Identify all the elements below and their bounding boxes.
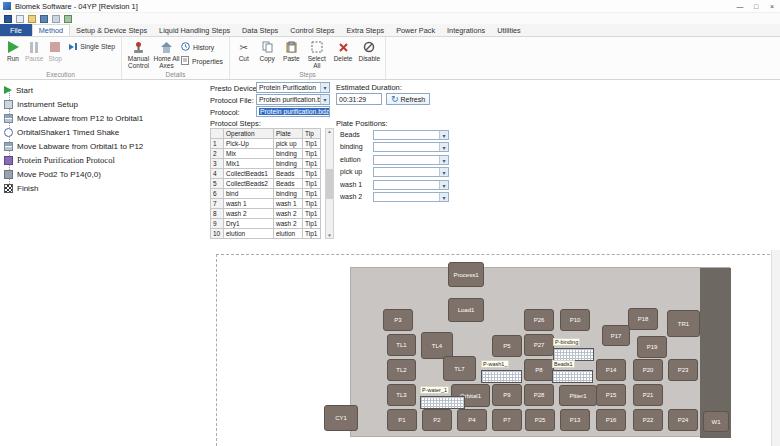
estimated-duration-input[interactable]: 00:31:29 [336,93,382,105]
steps-table-row[interactable]: 5CollectBeads2BeadsTip1 [210,179,321,189]
tree-item-move-labware-from-orbital1-to-p12[interactable]: Move Labware from Orbital1 to P12 [4,140,143,152]
save-icon[interactable] [40,15,48,23]
select-all-button[interactable]: Select All [304,39,329,69]
steps-table-row[interactable]: 4CollectBeads1BeadsTip1 [210,169,321,179]
steps-table-row[interactable]: 7wash 1wash 1Tip1 [210,199,321,209]
tree-item-instrument-setup[interactable]: Instrument Setup [4,98,78,110]
deck-position-p13[interactable]: P13 [560,409,590,431]
paste-button[interactable]: Paste [280,39,303,62]
deck-position-w1[interactable]: W1 [703,411,729,432]
minimize-button[interactable]: — [732,0,748,13]
plate-position-combo[interactable]: ▾ [373,130,449,140]
labware-p-wash1[interactable]: P-wash1_ [481,352,522,383]
new-method-icon[interactable] [16,15,24,23]
cut-button[interactable]: ✂ Cut [233,39,254,62]
deck-position-p27[interactable]: P27 [524,334,554,356]
steps-table-row[interactable]: 9Dry1wash 2Tip1 [210,219,321,229]
deck-position-p16[interactable]: P16 [596,409,626,431]
steps-table-row[interactable]: 3Mix1bindingTip1 [210,159,321,169]
deck-position-p14[interactable]: P14 [596,359,626,381]
deck-position-p10[interactable]: P10 [560,309,590,331]
scroll-thumb[interactable] [326,169,333,199]
scroll-up-icon[interactable]: ▲ [327,129,331,134]
deck-position-tl3[interactable]: TL3 [387,384,416,406]
deck-position-pltier1[interactable]: Pltier1 [559,385,597,406]
deck-position-tl1[interactable]: TL1 [387,334,416,356]
tab-file[interactable]: File [0,24,32,36]
tab-data-steps[interactable]: Data Steps [236,24,284,36]
deck-vertical-scrollbar[interactable] [771,250,780,446]
deck-position-p22[interactable]: P22 [633,409,663,431]
copy-button[interactable]: Copy [255,39,278,62]
single-step-button[interactable]: Single Step [66,41,118,52]
chevron-down-icon[interactable]: ▾ [320,83,329,92]
deck-position-p18[interactable]: P18 [628,308,658,330]
properties-button[interactable]: Properties [181,56,223,66]
deck-position-p8[interactable]: P8 [524,359,554,381]
app-menu-icon[interactable] [4,15,12,23]
deck-position-p15[interactable]: P15 [596,384,626,406]
tree-item-orbitalshaker1-timed-shake[interactable]: OrbitalShaker1 Timed Shake [4,126,119,138]
deck-position-p23[interactable]: P23 [668,359,698,381]
plate-position-combo[interactable]: ▾ [373,167,449,177]
home-all-axes-button[interactable]: Home All Axes [153,39,180,69]
deck-position-p2[interactable]: P2 [422,409,452,431]
manual-control-button[interactable]: Manual Control [125,39,152,69]
deck-position-p21[interactable]: P21 [633,384,663,406]
tab-integrations[interactable]: Integrations [441,24,491,36]
tab-control-steps[interactable]: Control Steps [284,24,340,36]
steps-table-row[interactable]: 6bindbindingTip1 [210,189,321,199]
delete-button[interactable]: Delete [330,39,355,62]
steps-table-row[interactable]: 1Pick-Uppick upTip1 [210,139,321,149]
plate-position-combo[interactable]: ▾ [373,180,449,190]
steps-table-row[interactable]: 8wash 2wash 2Tip1 [210,209,321,219]
close-button[interactable]: × [764,0,780,13]
undo-icon[interactable] [64,15,72,23]
deck-position-p9[interactable]: P9 [492,384,522,406]
deck-position-process1[interactable]: Process1 [448,262,484,287]
tab-method[interactable]: Method [32,24,70,36]
plate-position-combo[interactable]: ▾ [373,155,449,165]
plate-position-combo[interactable]: ▾ [373,142,449,152]
deck-position-tl2[interactable]: TL2 [387,359,416,381]
disable-button[interactable]: Disable [357,39,382,62]
open-method-icon[interactable] [28,15,36,23]
deck-position-p4[interactable]: P4 [457,409,487,431]
protocol-input[interactable]: Protein purification.bdz [256,106,330,117]
tree-item-finish[interactable]: Finish [4,182,38,194]
tab-utilities[interactable]: Utilities [491,24,527,36]
protocol-file-select[interactable]: Protein purification.bdz ▾ [256,94,330,105]
deck-position-p25[interactable]: P25 [525,409,555,431]
tab-setup-device-steps[interactable]: Setup & Device Steps [70,24,153,36]
deck-position-p17[interactable]: P17 [602,325,630,346]
deck-position-load1[interactable]: Load1 [448,298,484,322]
deck-position-tl4[interactable]: TL4 [421,332,453,359]
labware-p-water-1[interactable]: P-water_1 [420,378,465,409]
print-icon[interactable] [52,15,60,23]
deck-position-p7[interactable]: P7 [492,409,522,431]
tree-item-start[interactable]: Start [4,84,33,96]
deck-position-cy1[interactable]: CY1 [324,405,358,431]
tree-item-move-pod2-to-p14-0-0[interactable]: Move Pod2 To P14(0,0) [4,168,101,180]
steps-table-row[interactable]: 2MixbindingTip1 [210,149,321,159]
tree-item-move-labware-from-p12-to-orbital1[interactable]: Move Labware from P12 to Orbital1 [4,112,143,124]
refresh-button[interactable]: ↻ Refresh [386,93,430,105]
deck-position-p26[interactable]: P26 [524,309,554,331]
scroll-down-icon[interactable]: ▼ [327,233,331,238]
history-button[interactable]: History [181,42,223,52]
presto-device-select[interactable]: Protein Purification ▾ [256,82,330,93]
tab-liquid-handling-steps[interactable]: Liquid Handling Steps [153,24,236,36]
stop-button[interactable]: Stop [45,39,65,62]
deck-position-p28[interactable]: P28 [524,384,554,406]
deck-position-p3[interactable]: P3 [383,309,413,331]
tab-extra-steps[interactable]: Extra Steps [340,24,390,36]
chevron-down-icon[interactable]: ▾ [320,95,329,104]
tab-power-pack[interactable]: Power Pack [390,24,441,36]
steps-table-row[interactable]: 10elutionelutionTip1 [210,229,321,239]
pause-button[interactable]: Pause [24,39,44,62]
tree-item-protein-purification-protocol[interactable]: Protein Purification Protocol [4,154,115,166]
deck-position-p1[interactable]: P1 [387,409,417,431]
deck-position-p20[interactable]: P20 [633,359,663,381]
deck-position-p24[interactable]: P24 [668,409,698,431]
plate-position-combo[interactable]: ▾ [373,192,449,202]
